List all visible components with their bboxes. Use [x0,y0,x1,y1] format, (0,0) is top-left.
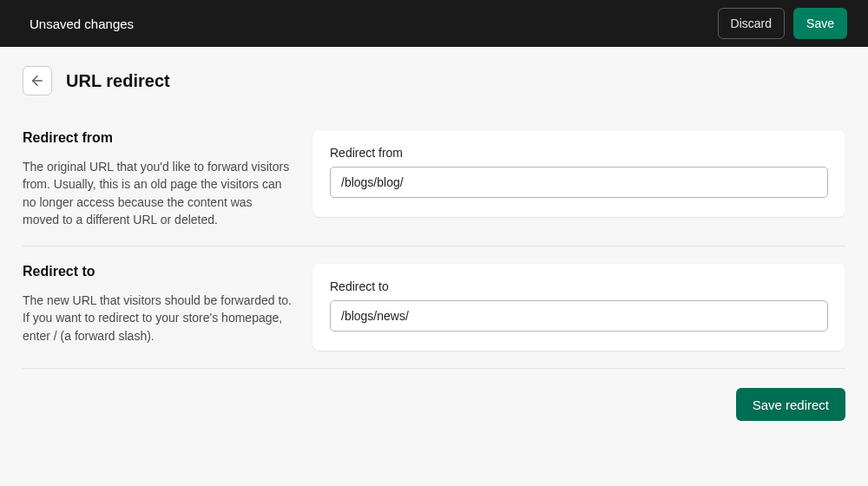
page-actions: Save redirect [23,386,845,421]
page-header: URL redirect [0,47,868,106]
topbar: Unsaved changes Discard Save [0,0,868,47]
redirect-from-heading: Redirect from [23,130,292,146]
save-button[interactable]: Save [793,8,847,39]
redirect-from-input[interactable] [330,167,828,198]
divider [23,246,845,246]
back-button[interactable] [23,66,52,95]
redirect-to-info: Redirect to The new URL that visitors sh… [23,264,292,345]
divider [23,368,845,369]
topbar-actions: Discard Save [718,8,847,39]
redirect-to-field-label: Redirect to [330,279,828,293]
redirect-from-info: Redirect from The original URL that you'… [23,130,292,228]
redirect-from-card: Redirect from [312,130,845,217]
redirect-from-field-label: Redirect from [330,146,828,160]
redirect-to-heading: Redirect to [23,264,292,279]
arrow-left-icon [30,73,45,89]
redirect-to-description: The new URL that visitors should be forw… [23,292,292,345]
redirect-to-section: Redirect to The new URL that visitors sh… [23,264,845,351]
discard-button[interactable]: Discard [718,8,785,39]
redirect-to-card: Redirect to [312,264,845,351]
redirect-from-section: Redirect from The original URL that you'… [23,130,845,228]
main-content: Redirect from The original URL that you'… [0,106,868,421]
redirect-to-input[interactable] [330,300,828,332]
save-redirect-button[interactable]: Save redirect [736,388,845,421]
redirect-from-description: The original URL that you'd like to forw… [23,158,292,228]
unsaved-changes-label: Unsaved changes [30,16,134,31]
page-title: URL redirect [66,71,170,91]
